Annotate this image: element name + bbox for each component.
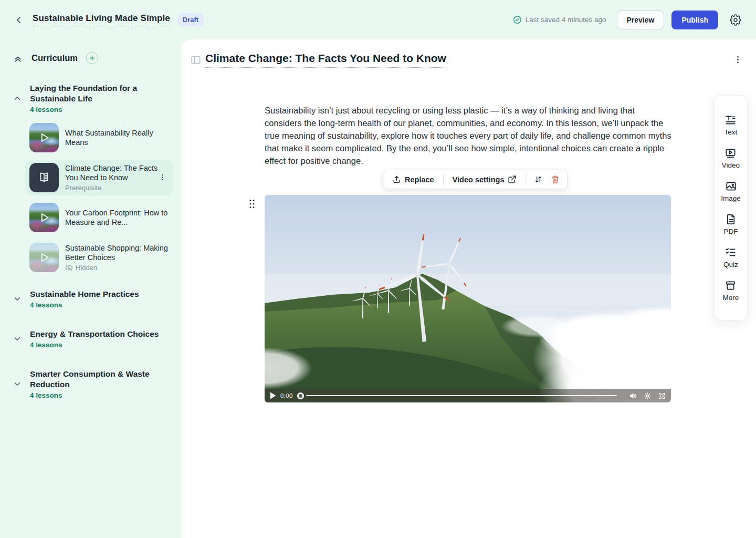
lesson-title: Sustainable Shopping: Making Better Choi… <box>65 243 169 262</box>
book-open-icon <box>37 171 51 184</box>
collapse-all-button[interactable] <box>13 53 23 64</box>
lesson-subtitle: Hidden <box>76 264 97 272</box>
seek-knob[interactable] <box>297 392 304 399</box>
course-title[interactable]: Sustainable Living Made Simple <box>33 13 170 26</box>
delete-block-button[interactable] <box>547 172 563 187</box>
more-icon <box>724 280 737 292</box>
section-header[interactable]: Sustainable Home Practices 4 lessons <box>0 289 181 309</box>
section-header[interactable]: Laying the Foundation for a Sustainable … <box>0 83 181 113</box>
lesson-title: Your Carbon Footprint: How to Measure an… <box>65 208 169 227</box>
video-control-bar: 0:00 <box>265 389 671 402</box>
lesson-thumbnail <box>29 163 59 192</box>
plus-icon <box>89 55 96 61</box>
pdf-icon <box>725 213 737 225</box>
sidebar-toggle-button[interactable] <box>190 54 202 66</box>
insert-element-panel: Text Video Image PDF Quiz More <box>714 95 748 320</box>
trash-icon <box>551 175 560 184</box>
video-block-toolbar: Replace Video settings <box>383 170 568 189</box>
insert-video-button[interactable]: Video <box>722 147 740 169</box>
video-time: 0:00 <box>280 392 293 399</box>
lesson-subtitle: Prerequisite <box>65 184 169 192</box>
insert-pdf-button[interactable]: PDF <box>724 213 738 235</box>
save-status: Last saved 4 minutes ago <box>513 15 606 24</box>
curriculum-header: Curriculum <box>0 52 181 64</box>
lesson-thumbnail <box>29 243 59 272</box>
seek-track[interactable] <box>306 395 617 396</box>
lesson-list: What Sustainability Really Means Climate… <box>0 120 181 275</box>
gear-icon <box>730 14 741 26</box>
chevrons-up-icon <box>13 53 23 64</box>
preview-button[interactable]: Preview <box>617 11 665 29</box>
lesson-menu-button[interactable] <box>158 173 167 182</box>
chevron-left-icon <box>14 15 24 25</box>
kebab-icon <box>733 55 743 65</box>
top-bar-actions: Last saved 4 minutes ago Preview Publish <box>513 11 742 29</box>
lesson-item-hidden[interactable]: Sustainable Shopping: Making Better Choi… <box>25 240 173 275</box>
block-drag-handle[interactable] <box>248 199 256 209</box>
drag-dots-icon <box>248 199 256 209</box>
back-button[interactable] <box>13 14 25 26</box>
section-lesson-count: 4 lessons <box>30 301 169 309</box>
lesson-options-button[interactable] <box>733 55 743 65</box>
last-saved-text: Last saved 4 minutes ago <box>526 16 606 24</box>
curriculum-sidebar: Curriculum Laying the Foundation for a S… <box>0 39 181 538</box>
top-bar: Sustainable Living Made Simple Draft Las… <box>0 0 756 39</box>
external-link-icon <box>508 175 517 184</box>
section-header[interactable]: Smarter Consumption & Waste Reduction 4 … <box>0 369 181 399</box>
lesson-thumbnail <box>29 123 59 152</box>
section-title: Smarter Consumption & Waste Reduction <box>30 369 169 390</box>
text-icon <box>724 114 737 126</box>
kebab-icon <box>158 173 167 182</box>
status-badge: Draft <box>177 13 204 26</box>
curriculum-title: Curriculum <box>32 53 78 63</box>
chevron-down-icon <box>13 334 22 344</box>
lesson-item[interactable]: Your Carbon Footprint: How to Measure an… <box>25 200 173 235</box>
lesson-title: What Sustainability Really Means <box>65 128 169 147</box>
add-section-button[interactable] <box>86 52 98 64</box>
divider <box>526 174 526 185</box>
play-icon <box>29 123 59 152</box>
play-button[interactable] <box>270 392 276 399</box>
settings-button[interactable] <box>729 13 742 27</box>
section-lesson-count: 4 lessons <box>30 341 169 349</box>
section-lesson-count: 4 lessons <box>30 106 169 113</box>
move-block-button[interactable] <box>530 172 546 187</box>
insert-quiz-button[interactable]: Quiz <box>723 246 738 268</box>
insert-text-button[interactable]: Text <box>724 114 738 136</box>
check-circle-icon <box>513 15 522 24</box>
video-settings-icon[interactable] <box>644 392 652 400</box>
video-player[interactable]: 0:00 <box>265 195 671 402</box>
video-settings-button[interactable]: Video settings <box>448 172 522 187</box>
chevron-up-icon <box>13 94 22 103</box>
upload-icon <box>392 175 401 184</box>
lesson-editor: Climate Change: The Facts You Need to Kn… <box>181 39 756 538</box>
play-icon <box>29 203 59 232</box>
section-lesson-count: 4 lessons <box>30 391 169 399</box>
lesson-paragraph[interactable]: Sustainability isn’t just about recyclin… <box>265 104 672 167</box>
insert-image-button[interactable]: Image <box>721 180 741 202</box>
lesson-thumbnail <box>29 203 59 232</box>
volume-icon[interactable] <box>629 392 637 400</box>
lesson-title-heading[interactable]: Climate Change: The Facts You Need to Kn… <box>205 52 446 68</box>
divider <box>443 174 444 185</box>
play-icon <box>29 243 59 272</box>
fullscreen-icon[interactable] <box>658 392 666 400</box>
section-title: Laying the Foundation for a Sustainable … <box>30 83 169 104</box>
lesson-item[interactable]: What Sustainability Really Means <box>25 120 173 156</box>
eye-off-icon <box>65 264 73 272</box>
section-header[interactable]: Energy & Transportation Choices 4 lesson… <box>0 329 181 349</box>
image-icon <box>725 180 737 192</box>
publish-button[interactable]: Publish <box>671 11 718 29</box>
arrows-up-down-icon <box>534 175 543 184</box>
insert-more-button[interactable]: More <box>723 280 739 302</box>
video-frame-windfarm <box>265 195 671 402</box>
quiz-icon <box>724 246 737 258</box>
lesson-item-selected[interactable]: Climate Change: The Facts You Need to Kn… <box>25 160 173 195</box>
lesson-title: Climate Change: The Facts You Need to Kn… <box>65 163 169 182</box>
chevron-down-icon <box>13 379 22 389</box>
chevron-down-icon <box>13 294 22 304</box>
section-title: Energy & Transportation Choices <box>30 329 169 339</box>
section-title: Sustainable Home Practices <box>30 289 169 299</box>
replace-button[interactable]: Replace <box>387 172 439 187</box>
video-icon <box>724 147 737 159</box>
